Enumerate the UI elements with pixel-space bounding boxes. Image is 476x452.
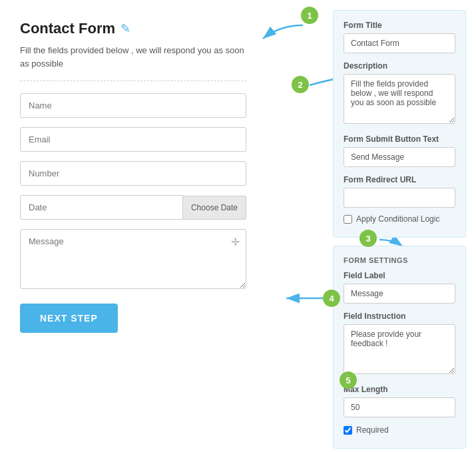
field-instruction-label: Field Instruction bbox=[344, 312, 455, 321]
divider bbox=[20, 81, 246, 81]
next-step-button[interactable]: NEXT STEP bbox=[20, 304, 118, 333]
field-label-label: Field Label bbox=[344, 271, 455, 280]
conditional-logic-label: Apply Conditional Logic bbox=[356, 214, 439, 224]
field-label-input[interactable] bbox=[344, 284, 455, 304]
conditional-logic-checkbox[interactable] bbox=[344, 215, 352, 224]
email-input[interactable] bbox=[20, 127, 246, 152]
step-circle-1: 1 bbox=[301, 7, 318, 24]
conditional-logic-row: Apply Conditional Logic bbox=[344, 214, 455, 224]
required-row: Required bbox=[344, 425, 455, 435]
required-label: Required bbox=[356, 425, 389, 435]
message-textarea[interactable] bbox=[20, 229, 246, 289]
field-instruction-textarea[interactable]: Please provide your feedback ! bbox=[344, 324, 455, 374]
left-panel: Contact Form ✎ Fill the fields provided … bbox=[0, 0, 266, 452]
form-title-input[interactable] bbox=[344, 33, 455, 53]
description-textarea[interactable]: Fill the fields provided below , we will… bbox=[344, 74, 455, 124]
max-length-input[interactable] bbox=[344, 397, 455, 417]
max-length-label: Max Length bbox=[344, 385, 455, 394]
form-title-label: Form Title bbox=[344, 21, 455, 30]
step-circle-2: 2 bbox=[292, 76, 309, 93]
message-field-wrapper: ✛ bbox=[20, 229, 246, 292]
redirect-url-input[interactable] bbox=[344, 188, 455, 208]
field-settings-box: FORM SETTINGS Field Label Field Instruct… bbox=[333, 246, 466, 449]
number-input[interactable] bbox=[20, 161, 246, 186]
submit-btn-input[interactable] bbox=[344, 147, 455, 167]
email-field-wrapper bbox=[20, 127, 246, 152]
form-title: Contact Form bbox=[20, 20, 115, 37]
form-title-row: Contact Form ✎ bbox=[20, 20, 246, 37]
description-label: Description bbox=[344, 61, 455, 71]
submit-btn-text-label: Form Submit Button Text bbox=[344, 134, 455, 144]
name-input[interactable] bbox=[20, 93, 246, 118]
date-field-row: Choose Date bbox=[20, 195, 246, 220]
right-panel: Form Title Description Fill the fields p… bbox=[323, 0, 476, 452]
form-settings-box: Form Title Description Fill the fields p… bbox=[333, 10, 466, 238]
edit-icon[interactable]: ✎ bbox=[120, 21, 130, 36]
choose-date-button[interactable]: Choose Date bbox=[183, 196, 246, 220]
redirect-url-label: Form Redirect URL bbox=[344, 175, 455, 184]
field-settings-title: FORM SETTINGS bbox=[344, 256, 455, 264]
form-description: Fill the fields provided below , we will… bbox=[20, 44, 246, 70]
number-field-wrapper bbox=[20, 161, 246, 186]
name-field-wrapper bbox=[20, 93, 246, 118]
required-checkbox[interactable] bbox=[344, 426, 352, 435]
date-input[interactable] bbox=[20, 195, 183, 220]
move-icon: ✛ bbox=[231, 236, 240, 248]
